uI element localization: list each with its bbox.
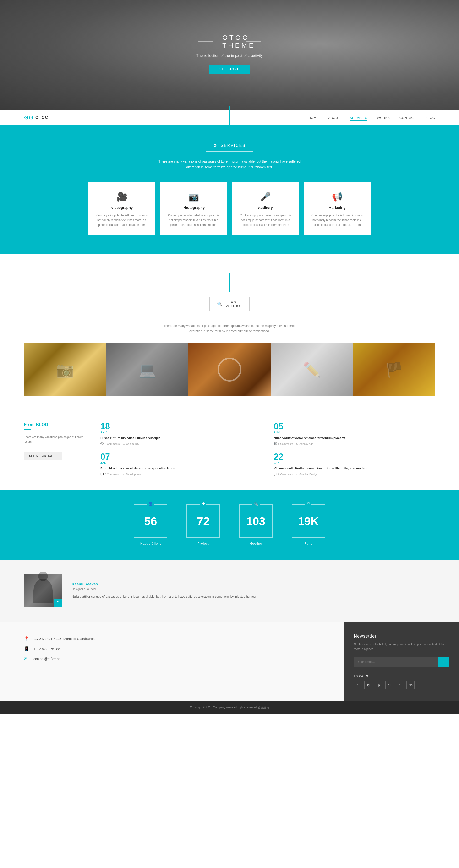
stats-section: 👤 56 Happy Client ✈ 72 Project 📎 103 Mee…: [0, 490, 459, 560]
post-3-category-icon: 🏷 Development: [122, 473, 142, 476]
see-more-button[interactable]: SEE MORE: [209, 65, 250, 74]
social-googleplus[interactable]: g+: [386, 681, 394, 689]
services-cards: 🎥 Videography Contrary wipopular beliefL…: [24, 182, 435, 235]
post-4-date-num: 22: [274, 453, 435, 461]
hero-section: OTOC THEME The reflection of the impact …: [0, 0, 459, 110]
nav-link-contact[interactable]: CONTACT: [399, 116, 416, 120]
newsletter-input-row: ✓: [354, 657, 450, 667]
nav-link-home[interactable]: HOME: [309, 116, 319, 120]
post-4-comment-icon: 💬 8 Comments: [274, 473, 293, 476]
gallery-item-2[interactable]: 💻: [106, 343, 188, 396]
testimonial-content: Keanu Reeves Designer / Founder Nulla po…: [72, 582, 435, 599]
copyright-text: Copyright © 2015.Company name All rights…: [190, 706, 269, 709]
nav-item-about[interactable]: ABOUT: [329, 116, 340, 120]
post-4-meta: 💬 8 Comments 🏷 Graphic Design: [274, 473, 435, 476]
post-1-comment-icon: 💬 8 Comments: [100, 442, 120, 445]
post-2-comments: 8 Comments: [278, 442, 293, 445]
post-2-comment-icon: 💬 8 Comments: [274, 442, 293, 445]
marketing-icon: 📢: [311, 192, 363, 202]
stat-number-4: 19K: [298, 515, 319, 528]
post-3-date-num: 07: [100, 453, 262, 461]
newsletter-input[interactable]: [354, 657, 438, 666]
service-title-videography: Videography: [96, 206, 148, 210]
footer: 📍 BD 2 Mars, N° 136, Morocco Casablanca …: [0, 622, 459, 701]
post-4-comments: 8 Comments: [278, 473, 293, 476]
services-title: SERVICES: [221, 144, 246, 148]
blog-post-2: 05 AUG Nunc volutpat dolor sit amet ferm…: [274, 422, 435, 445]
nav-link-works[interactable]: WORKS: [377, 116, 390, 120]
footer-right: Newsettler Contrary to popular belief, L…: [344, 622, 459, 701]
nav-item-services[interactable]: SERVICES: [350, 116, 367, 120]
gallery-item-1[interactable]: 📷: [24, 343, 106, 396]
nav-link-blog[interactable]: BLOG: [426, 116, 435, 120]
post-1-date-month: APR: [100, 431, 262, 434]
post-2-category-icon: 🏷 Agency Ads: [296, 442, 313, 445]
nav-item-home[interactable]: HOME: [309, 116, 319, 120]
follow-us-label: Follow us: [354, 674, 450, 678]
hero-content: OTOC THEME The reflection of the impact …: [162, 24, 297, 86]
post-3-date-month: JAN: [100, 461, 262, 464]
social-rss[interactable]: rss: [406, 681, 415, 689]
phone-text: +212 522 275 386: [33, 647, 60, 651]
gallery-item-3[interactable]: [188, 343, 271, 396]
settings-icon: ⚙: [213, 143, 218, 148]
testimonial-section: " Keanu Reeves Designer / Founder Nulla …: [0, 560, 459, 622]
nav-item-blog[interactable]: BLOG: [426, 116, 435, 120]
stat-box-3: 📎 103: [239, 504, 273, 538]
service-title-auditory: Auditory: [239, 206, 292, 210]
testimonial-text: Nulla porttitor congue of passages of Lo…: [72, 594, 435, 599]
gallery-item-5[interactable]: 🏴: [353, 343, 435, 396]
works-description: There are many variations of passages of…: [162, 323, 297, 334]
post-4-date-month: JAN: [274, 461, 435, 464]
copyright-bar: Copyright © 2015.Company name All rights…: [0, 701, 459, 714]
footer-email: ✉ contact@reflex.net: [24, 656, 320, 661]
service-card-videography: 🎥 Videography Contrary wipopular beliefL…: [88, 182, 155, 235]
post-2-meta: 💬 8 Comments 🏷 Agency Ads: [274, 442, 435, 445]
post-3-title[interactable]: Proin id odio a sem ultrices varius quis…: [100, 466, 262, 471]
clock-overlay: [188, 343, 271, 396]
works-gallery: 📷 💻 ✏️ 🏴: [24, 343, 435, 396]
post-3-comment-icon: 💬 8 Comments: [100, 473, 120, 476]
stat-box-4: ♡ 19K: [292, 504, 325, 538]
post-1-comments: 8 Comments: [105, 442, 120, 445]
service-text-videography: Contrary wipopular beliefLorem ipsum is …: [96, 213, 148, 227]
post-2-title[interactable]: Nunc volutpat dolor sit amet fermentum p…: [274, 436, 435, 440]
blog-post-1: 18 APR Fusce rutrum nisl vitae ultricies…: [100, 422, 262, 445]
post-3-comments: 8 Comments: [105, 473, 120, 476]
post-3-meta: 💬 8 Comments 🏷 Development: [100, 473, 262, 476]
gallery-item-4[interactable]: ✏️: [271, 343, 353, 396]
footer-left: 📍 BD 2 Mars, N° 136, Morocco Casablanca …: [0, 622, 344, 701]
social-pinterest[interactable]: p: [375, 681, 383, 689]
works-header-wrapper: 🔍 LASTWORKS: [209, 297, 250, 318]
post-4-category: Graphic Design: [299, 473, 317, 476]
newsletter-title: Newsettler: [354, 634, 450, 639]
nav-link-services[interactable]: SERVICES: [350, 116, 367, 121]
nav-link-about[interactable]: ABOUT: [329, 116, 340, 120]
stat-fans: ♡ 19K Fans: [292, 504, 325, 545]
stat-label-2: Project: [186, 542, 220, 545]
nav-item-contact[interactable]: CONTACT: [399, 116, 416, 120]
footer-address: 📍 BD 2 Mars, N° 136, Morocco Casablanca: [24, 636, 320, 641]
works-section: 🔍 LASTWORKS There are many variations of…: [0, 254, 459, 408]
person-icon: 👤: [147, 501, 154, 506]
gallery-icon-2: 💻: [139, 361, 156, 378]
logo: ⊙⊙ OTOC: [24, 115, 48, 121]
social-twitter[interactable]: t: [396, 681, 404, 689]
social-instagram[interactable]: ig: [364, 681, 372, 689]
post-4-title[interactable]: Vivamus sollicitudin ipsum vitae tortor …: [274, 466, 435, 471]
nav-item-works[interactable]: WORKS: [377, 116, 390, 120]
services-section: ⚙ SERVICES There are many variations of …: [0, 125, 459, 254]
post-1-title[interactable]: Fusce rutrum nisl vitae ultricies suscip…: [100, 436, 262, 440]
from-label: From: [24, 422, 35, 427]
newsletter-submit-button[interactable]: ✓: [438, 657, 450, 667]
post-2-category: Agency Ads: [299, 442, 313, 445]
testimonial-avatar: ": [24, 574, 62, 608]
videography-icon: 🎥: [96, 192, 148, 202]
social-facebook[interactable]: f: [354, 681, 362, 689]
see-all-articles-button[interactable]: SEE ALL ARTICLES: [24, 452, 62, 460]
testimonial-role: Designer / Founder: [72, 587, 435, 591]
gallery-icon-4: ✏️: [303, 361, 321, 378]
blog-posts: 18 APR Fusce rutrum nisl vitae ultricies…: [100, 422, 435, 476]
gallery-icon-1: 📷: [56, 361, 74, 378]
post-2-date-num: 05: [274, 422, 435, 431]
